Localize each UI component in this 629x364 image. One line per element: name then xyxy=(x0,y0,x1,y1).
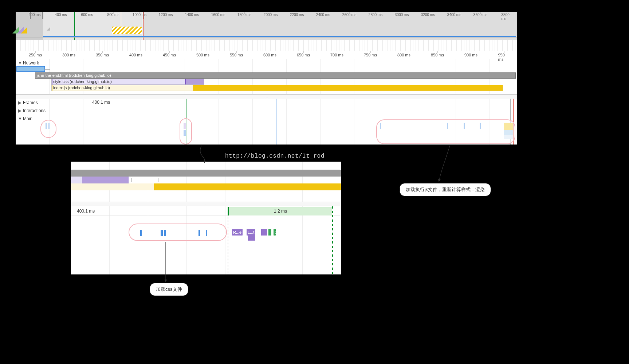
dcl-line xyxy=(276,99,276,145)
chip-paint[interactable] xyxy=(268,229,271,236)
section-interactions[interactable]: ▶ Interactions xyxy=(16,107,517,115)
detail-ruler[interactable]: 250 ms 300 ms 350 ms 400 ms 450 ms 500 m… xyxy=(16,51,517,59)
overview-handle-left[interactable] xyxy=(42,12,43,19)
zoom-request-html[interactable] xyxy=(71,170,341,177)
network-label: Network xyxy=(23,60,39,66)
zoom-request-js[interactable] xyxy=(71,183,341,190)
zoom-time-left: 400.1 ms xyxy=(77,209,95,214)
zoom-request-css[interactable] xyxy=(71,177,129,183)
caret-right-icon: ▶ xyxy=(18,100,21,105)
watermark-url: http://blog.csdn.net/It_rod xyxy=(225,153,325,159)
chip-recalc[interactable]: R...e xyxy=(232,229,243,236)
caret-down-icon: ▼ xyxy=(18,60,21,66)
overview-scripting-block xyxy=(112,27,142,34)
chip-layout[interactable]: L...t xyxy=(247,229,255,236)
annotation-region-2 xyxy=(180,118,192,145)
request-css[interactable]: style.css (rodchen-king.github.io) xyxy=(51,79,204,85)
pane-splitter[interactable]: ... xyxy=(16,94,517,99)
section-network[interactable]: ▼ Network xyxy=(16,59,517,67)
annotation-region-3 xyxy=(376,119,515,144)
devtools-performance-panel: 200 ms 400 ms 600 ms 800 ms 1000 ms 1200… xyxy=(16,12,517,145)
zoom-frame-bar[interactable]: 1.2 ms xyxy=(228,207,332,215)
main-label: Main xyxy=(23,116,32,121)
zoom-inset-panel: ... 400.1 ms 1.2 ms R...e L...t C... xyxy=(71,162,341,274)
network-initial-bar[interactable] xyxy=(16,66,45,72)
frame-duration: 400.1 ms xyxy=(92,100,110,105)
overview-ruler: 200 ms 400 ms 600 ms 800 ms 1000 ms 1200… xyxy=(16,12,517,19)
caret-down-icon: ▼ xyxy=(18,116,21,121)
caret-right-icon: ▶ xyxy=(18,108,21,113)
section-frames[interactable]: ▶ Frames xyxy=(16,99,517,107)
overview-strip[interactable]: 200 ms 400 ms 600 ms 800 ms 1000 ms 1200… xyxy=(16,12,517,51)
chip-sub[interactable] xyxy=(248,236,255,241)
zoom-splitter[interactable]: ... xyxy=(71,202,341,206)
callout-css: 加载css文件 xyxy=(150,283,188,296)
chip-square-1[interactable] xyxy=(261,229,267,236)
request-html[interactable]: js-in-the-end.html (rodchen-king.github.… xyxy=(35,72,516,79)
request-js[interactable]: index.js (rodchen-king.github.io) xyxy=(51,85,503,91)
zoom-annotation-css xyxy=(129,223,227,241)
annotation-region-1 xyxy=(40,120,56,138)
callout-js: 加载执行js文件，重新计算样式，渲染 xyxy=(400,183,491,196)
interactions-label: Interactions xyxy=(23,108,46,113)
chip-composite[interactable]: C... xyxy=(274,229,276,236)
zoom-frame-time: 1.2 ms xyxy=(274,209,287,214)
frames-label: Frames xyxy=(23,100,38,105)
